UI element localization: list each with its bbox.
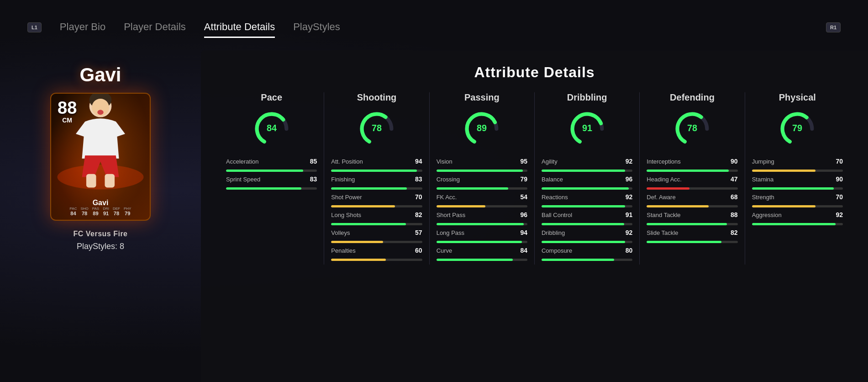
col-header-defending: Defending [647,92,737,103]
attribute-row: Shot Power70 [331,193,422,207]
attribute-row: Heading Acc.47 [647,175,737,190]
attribute-value: 84 [515,247,527,254]
gauge-svg-shooting: 78 [356,108,397,149]
attribute-bar-fill [437,187,508,190]
attribute-bar-container [437,241,527,243]
attribute-name: Aggression [752,212,827,218]
attribute-bar-container [437,259,527,261]
attribute-name: Vision [437,158,512,165]
attribute-name: Def. Aware [647,194,722,201]
attribute-name: Penalties [331,247,406,254]
attribute-name: Strength [752,194,827,201]
svg-text:78: 78 [687,123,697,133]
attribute-row: Acceleration85 [226,158,317,172]
attribute-bar-fill [437,170,523,172]
tab-playstyles[interactable]: PlayStyles [293,17,340,38]
attribute-row: Aggression92 [752,211,843,225]
attribute-bar-fill [752,170,816,172]
attribute-value: 92 [620,193,632,201]
attribute-row: Curve84 [437,247,527,261]
attribute-row: Finishing83 [331,175,422,190]
attribute-bar-container [226,170,317,172]
attribute-bar-fill [437,223,524,225]
r1-button[interactable]: R1 [826,22,841,32]
attribute-row: Slide Tackle82 [647,229,737,243]
attribute-bar-fill [331,170,416,172]
attribute-row: Strength70 [752,193,843,207]
col-header-dribbling: Dribbling [542,92,632,103]
attribute-bar-container [542,187,632,190]
attribute-bar-fill [542,170,625,172]
attribute-row: Long Shots82 [331,211,422,225]
gauge-shooting: 78 [331,108,422,149]
card-stat-pac: PAC 84 [70,207,77,216]
attr-col-defending: Defending78Interceptions90Heading Acc.47… [640,92,745,265]
navigation-bar: L1 Player Bio Player Details Attribute D… [0,0,868,55]
svg-text:79: 79 [792,123,802,133]
attribute-value: 90 [725,158,738,165]
attribute-name: Long Shots [331,212,406,218]
attribute-value: 68 [725,193,738,201]
card-stat-sho: SHO 78 [80,207,88,216]
tab-player-bio[interactable]: Player Bio [60,17,105,38]
attribute-columns: Pace84Acceleration85Sprint Speed83Shooti… [219,92,850,265]
attribute-bar-container [647,223,737,225]
player-card: 88 CM Gavi PAC [50,93,151,221]
svg-text:78: 78 [372,123,382,133]
attribute-bar-container [542,241,632,243]
attribute-bar-container [752,170,843,172]
gauge-physical: 79 [752,108,843,149]
attribute-value: 70 [410,193,422,201]
attribute-row: Stamina90 [752,175,843,190]
attribute-row: Short Pass96 [437,211,527,225]
attribute-bar-fill [437,241,522,243]
player-playstyles: PlayStyles: 8 [77,242,124,251]
attribute-value: 54 [515,193,527,201]
attribute-row: Crossing79 [437,175,527,190]
card-stats-row: PAC 84 SHO 78 PAS 89 DRI 91 DEF 78 PHY 7… [51,207,150,216]
attribute-value: 70 [830,158,843,165]
attribute-bar-fill [752,223,836,225]
attribute-name: Reactions [542,194,617,201]
attribute-name: Heading Acc. [647,176,722,183]
attribute-row: Jumping70 [752,158,843,172]
player-name: Gavi [79,64,121,86]
l1-button[interactable]: L1 [27,22,42,32]
attribute-value: 79 [515,175,527,183]
attribute-value: 96 [515,211,527,218]
attribute-bar-fill [647,187,689,190]
card-stat-dri: DRI 91 [103,207,109,216]
attribute-name: Dribbling [542,229,617,236]
attribute-name: Crossing [437,176,512,183]
attribute-details-title: Attribute Details [219,64,850,81]
gauge-defending: 78 [647,108,737,149]
attribute-bar-container [331,241,422,243]
col-header-pace: Pace [226,92,317,103]
attribute-row: Penalties60 [331,247,422,261]
attribute-value: 82 [725,229,738,236]
attribute-bar-container [331,205,422,207]
attribute-value: 88 [725,211,738,218]
attribute-row: Att. Position94 [331,158,422,172]
attribute-row: Vision95 [437,158,527,172]
attribute-bar-fill [437,205,486,207]
attribute-bar-container [647,205,737,207]
attribute-name: Finishing [331,176,406,183]
attribute-value: 96 [620,175,632,183]
attribute-name: Stand Tackle [647,212,722,218]
tab-attribute-details[interactable]: Attribute Details [204,17,275,38]
attribute-bar-container [542,205,632,207]
attribute-row: Balance96 [542,175,632,190]
attribute-name: Att. Position [331,158,406,165]
l1-label: L1 [32,25,37,30]
attribute-row: Long Pass94 [437,229,527,243]
attribute-name: FK Acc. [437,194,512,201]
card-stat-pas: PAS 89 [92,207,99,216]
svg-rect-3 [105,174,115,188]
tab-player-details[interactable]: Player Details [124,17,186,38]
attribute-bar-container [331,223,422,225]
attribute-bar-fill [331,205,395,207]
attribute-row: Sprint Speed83 [226,175,317,190]
svg-text:89: 89 [477,123,487,133]
attribute-bar-fill [647,241,721,243]
